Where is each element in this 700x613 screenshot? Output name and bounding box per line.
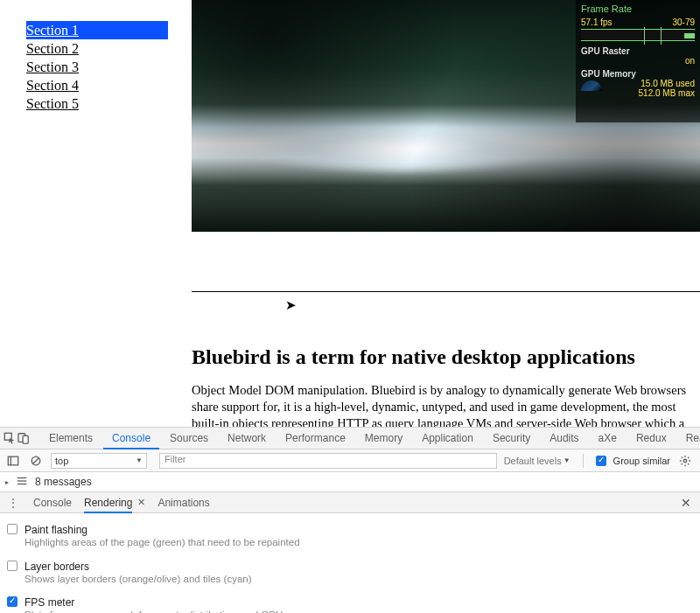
fps-meter-title: FPS meter — [24, 596, 322, 609]
log-level-label: Default levels — [504, 456, 562, 466]
paint-flashing-checkbox[interactable] — [7, 524, 18, 534]
settings-gear-icon[interactable] — [677, 453, 693, 469]
nav-item-section-3[interactable]: Section 3 — [26, 58, 168, 76]
perf-frame-rate-title: Frame Rate — [581, 3, 695, 14]
tab-performance[interactable]: Performance — [276, 427, 354, 449]
section-nav: Section 1 Section 2 Section 3 Section 4 … — [26, 21, 168, 113]
layer-borders-desc: Shows layer borders (orange/olive) and t… — [24, 573, 252, 587]
nav-item-section-5[interactable]: Section 5 — [26, 94, 168, 113]
perf-fps-value: 57.1 fps — [581, 17, 612, 27]
fps-meter-desc: Plots frames per second, frame rate dist… — [24, 609, 322, 613]
drawer-tab-console[interactable]: Console — [33, 492, 72, 513]
opt-fps-meter: FPS meter Plots frames per second, frame… — [7, 591, 693, 613]
svg-rect-3 — [8, 456, 18, 465]
perf-gpu-raster-title: GPU Raster — [581, 46, 695, 56]
drawer-more-icon[interactable]: ⋮ — [5, 495, 21, 511]
chevron-down-icon: ▼ — [136, 456, 143, 464]
fps-meter-checkbox[interactable] — [7, 596, 18, 607]
drawer-tab-animations[interactable]: Animations — [158, 492, 209, 513]
perf-overlay: Frame Rate 57.1 fps 30-79 GPU Raster on … — [576, 0, 700, 122]
toggle-sidebar-icon[interactable] — [5, 453, 21, 469]
mouse-cursor-icon: ➤ — [285, 298, 297, 311]
console-sidebar-row[interactable]: ▸ 8 messages — [0, 472, 700, 492]
paint-flashing-title: Paint flashing — [24, 524, 300, 536]
close-drawer-icon[interactable]: ✕ — [677, 496, 695, 510]
tab-memory[interactable]: Memory — [356, 427, 411, 449]
perf-gpu-raster-status: on — [581, 56, 695, 66]
section-divider — [192, 291, 700, 292]
svg-line-6 — [33, 457, 39, 463]
clear-console-icon[interactable] — [28, 453, 44, 469]
filter-input[interactable]: Filter — [159, 453, 497, 469]
close-rendering-tab-icon[interactable]: ✕ — [137, 497, 145, 508]
article: Bluebird is a term for native desktop ap… — [192, 345, 700, 427]
svg-point-7 — [683, 459, 687, 463]
tab-security[interactable]: Security — [484, 427, 539, 449]
tab-sources[interactable]: Sources — [161, 427, 217, 449]
devtools-tabs: Elements Console Sources Network Perform… — [0, 427, 700, 449]
tab-console[interactable]: Console — [103, 427, 159, 449]
nav-item-section-2[interactable]: Section 2 — [26, 39, 168, 58]
article-heading: Bluebird is a term for native desktop ap… — [192, 345, 700, 370]
execution-context-select[interactable]: top ▼ — [51, 453, 147, 469]
rendering-panel: Paint flashing Highlights areas of the p… — [0, 513, 700, 613]
svg-rect-2 — [23, 435, 28, 443]
group-similar-checkbox[interactable] — [596, 456, 606, 466]
messages-count-label: 8 messages — [35, 476, 92, 488]
drawer-tabs: ⋮ Console Rendering ✕ Animations ✕ — [0, 492, 700, 513]
perf-fps-histogram — [581, 29, 695, 41]
tab-audits[interactable]: Audits — [541, 427, 587, 449]
console-filterbar: top ▼ Filter Default levels ▼ Group simi… — [0, 449, 700, 472]
opt-layer-borders: Layer borders Shows layer borders (orang… — [7, 555, 693, 592]
tab-redux[interactable]: Redux — [627, 427, 676, 449]
tab-application[interactable]: Application — [413, 427, 482, 449]
devtools-panel: Elements Console Sources Network Perform… — [0, 427, 700, 613]
layer-borders-title: Layer borders — [24, 561, 252, 573]
perf-gpu-mem-max: 512.0 MB max — [607, 88, 695, 98]
opt-paint-flashing: Paint flashing Highlights areas of the p… — [7, 519, 693, 555]
tab-axe[interactable]: aXe — [590, 427, 626, 449]
chevron-right-icon: ▸ — [5, 478, 9, 486]
perf-gpu-memory-swatch — [581, 80, 602, 91]
tab-elements[interactable]: Elements — [40, 427, 102, 449]
page-content: Section 1 Section 2 Section 3 Section 4 … — [0, 0, 700, 427]
toolbar-separator — [583, 454, 584, 468]
messages-list-icon — [16, 475, 28, 490]
perf-gpu-mem-used: 15.0 MB used — [607, 79, 695, 88]
nav-item-section-4[interactable]: Section 4 — [26, 76, 168, 94]
chevron-down-icon: ▼ — [564, 456, 570, 464]
layer-borders-checkbox[interactable] — [7, 561, 18, 571]
tab-network[interactable]: Network — [219, 427, 275, 449]
article-body: Object Model DOM manipulation. Bluebird … — [192, 382, 700, 427]
device-toolbar-icon[interactable] — [18, 430, 30, 446]
perf-gpu-memory-title: GPU Memory — [581, 69, 695, 79]
nav-item-section-1[interactable]: Section 1 — [26, 21, 168, 39]
drawer-tab-rendering[interactable]: Rendering — [84, 492, 132, 513]
log-level-select[interactable]: Default levels ▼ — [504, 456, 570, 466]
perf-fps-range: 30-79 — [672, 17, 695, 27]
hero-image-waterfall: Frame Rate 57.1 fps 30-79 GPU Raster on … — [192, 0, 700, 232]
execution-context-value: top — [55, 456, 68, 466]
tab-react[interactable]: React — [677, 427, 700, 449]
group-similar-label: Group similar — [613, 456, 670, 466]
inspect-element-icon[interactable] — [4, 430, 16, 446]
paint-flashing-desc: Highlights areas of the page (green) tha… — [24, 536, 300, 550]
